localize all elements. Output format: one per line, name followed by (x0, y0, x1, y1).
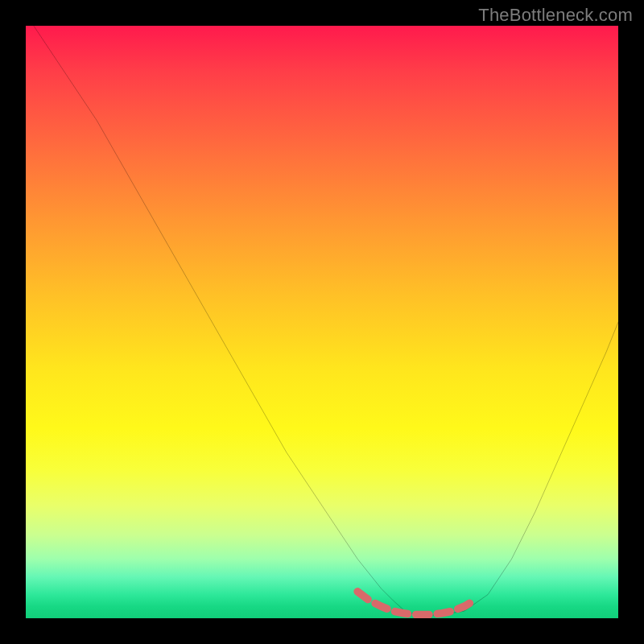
highlight-band (357, 592, 476, 615)
watermark-text: TheBottleneck.com (478, 5, 633, 26)
chart-stage: TheBottleneck.com (0, 0, 644, 644)
plot-area (26, 26, 618, 618)
curve-svg (26, 26, 618, 618)
bottleneck-curve (26, 26, 618, 615)
